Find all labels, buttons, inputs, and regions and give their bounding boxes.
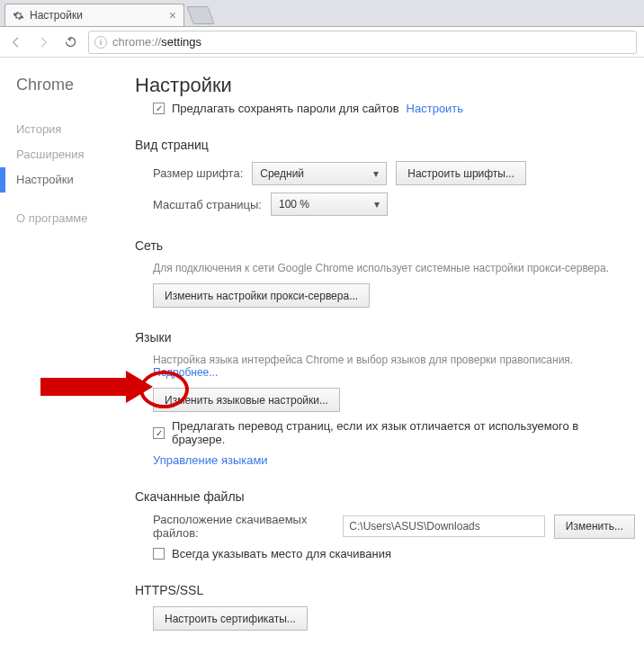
download-location-label: Расположение скачиваемых файлов: — [153, 513, 334, 540]
proxy-settings-button[interactable]: Изменить настройки прокси-сервера... — [153, 283, 370, 308]
toolbar: i chrome://settings — [0, 27, 644, 58]
manage-languages-link[interactable]: Управление языками — [153, 453, 268, 467]
reload-button[interactable] — [61, 33, 79, 51]
info-icon: i — [94, 36, 107, 49]
sidebar-item-history[interactable]: История — [16, 117, 135, 142]
url-path: settings — [161, 35, 201, 49]
page-title: Настройки — [135, 74, 635, 97]
browser-tab[interactable]: Настройки × — [4, 4, 184, 26]
save-passwords-checkbox[interactable]: ✓ — [153, 103, 165, 114]
languages-more-link[interactable]: Подробнее... — [153, 366, 218, 379]
chevron-down-icon: ▾ — [373, 167, 379, 180]
forward-button[interactable] — [34, 33, 52, 51]
translate-checkbox[interactable]: ✓ — [153, 427, 165, 439]
ask-location-checkbox[interactable] — [153, 548, 165, 560]
network-heading: Сеть — [135, 238, 635, 253]
save-passwords-label: Предлагать сохранять пароли для сайтов — [172, 102, 399, 115]
change-location-button[interactable]: Изменить... — [554, 515, 635, 539]
sidebar: Chrome История Расширения Настройки О пр… — [0, 58, 135, 645]
sidebar-item-settings[interactable]: Настройки — [16, 167, 135, 193]
brand: Chrome — [16, 76, 135, 94]
appearance-heading: Вид страниц — [135, 138, 635, 152]
font-size-value: Средний — [260, 167, 304, 180]
close-icon[interactable]: × — [169, 8, 176, 22]
zoom-label: Масштаб страницы: — [153, 198, 262, 211]
url-scheme: chrome:// — [112, 35, 161, 49]
languages-heading: Языки — [135, 330, 635, 345]
font-size-select[interactable]: Средний ▾ — [252, 162, 387, 185]
zoom-value: 100 % — [279, 198, 309, 211]
downloads-heading: Скачанные файлы — [135, 489, 635, 504]
font-size-label: Размер шрифта: — [153, 166, 243, 180]
languages-note: Настройка языка интерфейса Chrome и выбо… — [153, 354, 635, 379]
sidebar-item-extensions[interactable]: Расширения — [16, 142, 135, 167]
tab-title: Настройки — [30, 9, 169, 22]
sidebar-item-about[interactable]: О программе — [16, 206, 135, 231]
certificates-button[interactable]: Настроить сертификаты... — [153, 606, 308, 631]
language-settings-button[interactable]: Изменить языковые настройки... — [153, 388, 340, 412]
configure-passwords-link[interactable]: Настроить — [407, 102, 464, 115]
gear-icon — [13, 10, 24, 22]
new-tab-button[interactable] — [186, 6, 214, 24]
ask-location-label: Всегда указывать место для скачивания — [172, 547, 391, 560]
settings-main: Настройки ✓ Предлагать сохранять пароли … — [135, 58, 644, 645]
customize-fonts-button[interactable]: Настроить шрифты... — [396, 161, 526, 185]
translate-label: Предлагать перевод страниц, если их язык… — [172, 419, 635, 446]
https-heading: HTTPS/SSL — [135, 583, 635, 597]
back-button[interactable] — [7, 33, 25, 51]
download-location-input[interactable] — [343, 515, 545, 537]
address-bar[interactable]: i chrome://settings — [88, 31, 637, 54]
tab-bar: Настройки × — [0, 0, 644, 27]
zoom-select[interactable]: 100 % ▾ — [271, 193, 388, 216]
chevron-down-icon: ▾ — [374, 198, 380, 211]
network-note: Для подключения к сети Google Chrome исп… — [153, 262, 635, 274]
